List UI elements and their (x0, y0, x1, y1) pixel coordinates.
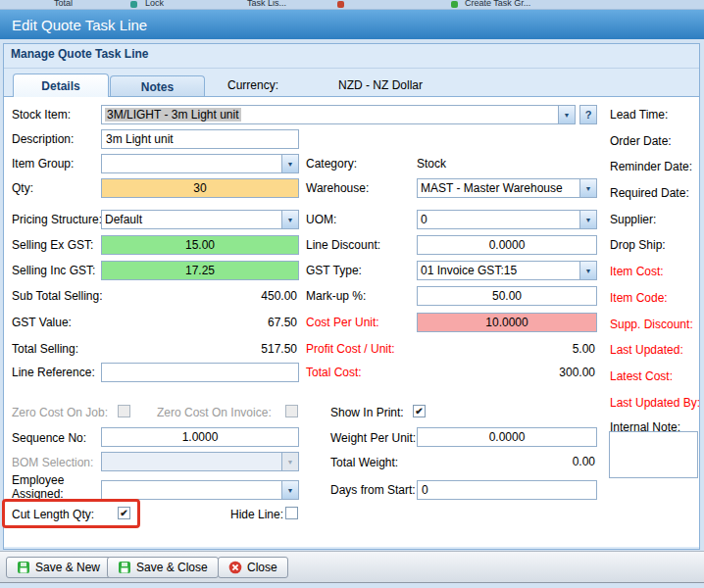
selling-inc-gst-input[interactable] (101, 261, 299, 280)
employee-assigned-combo[interactable] (101, 480, 299, 500)
sequence-no-input[interactable] (101, 427, 299, 447)
pricing-structure-combo[interactable]: Default (101, 210, 299, 229)
close-button[interactable]: Close (218, 557, 288, 578)
line-reference-input[interactable] (101, 363, 299, 382)
total-cost-label: Total Cost: (306, 366, 362, 379)
item-code-label: Item Code: (610, 291, 668, 305)
weight-per-unit-input[interactable] (417, 427, 597, 447)
line-discount-input[interactable] (417, 235, 597, 255)
supp-discount-label: Supp. Discount: (610, 318, 693, 331)
cut-length-qty-checkbox[interactable]: ✔ (118, 507, 130, 519)
save-and-close-label: Save & Close (136, 561, 208, 574)
dialog-titlebar[interactable]: Edit Quote Task Line (0, 10, 704, 39)
tab-details[interactable]: Details (13, 74, 109, 97)
total-weight-value: 0.00 (417, 452, 595, 471)
show-in-print-checkbox[interactable]: ✔ (413, 405, 426, 417)
item-group-combo[interactable] (101, 154, 299, 173)
close-label: Close (247, 561, 277, 574)
toolbar-item-label: Total (54, 0, 73, 8)
last-updated-label: Last Updated: (610, 343, 683, 357)
item-group-value (102, 155, 281, 172)
tab-notes-label: Notes (141, 80, 174, 94)
description-input[interactable] (101, 129, 299, 149)
checkmark: ✔ (120, 509, 127, 518)
drop-ship-label: Drop Ship: (610, 238, 666, 252)
mark-up-label: Mark-up %: (306, 289, 366, 303)
dropdown-arrow-icon (579, 262, 596, 279)
add-icon (451, 1, 458, 8)
reminder-date-label: Reminder Date: (610, 160, 692, 173)
dropdown-arrow-icon (281, 453, 298, 470)
save-and-new-label: Save & New (35, 561, 100, 574)
groupbox-title: Manage Quote Task Line (11, 47, 148, 61)
weight-per-unit-label: Weight Per Unit: (330, 431, 416, 445)
internal-note-textarea[interactable] (609, 431, 698, 478)
days-from-start-label: Days from Start: (330, 483, 416, 497)
warehouse-value: MAST - Master Warehouse (418, 179, 579, 197)
days-from-start-input[interactable] (417, 480, 597, 500)
warehouse-label: Warehouse: (306, 181, 369, 195)
lock-icon (130, 1, 137, 8)
hide-line-checkbox[interactable] (285, 507, 298, 519)
toolbar-item-label: Lock (145, 0, 164, 8)
selling-ex-gst-input[interactable] (101, 235, 299, 255)
uom-combo[interactable]: 0 (417, 210, 597, 229)
edit-quote-task-line-window: Total Lock Task Lis... Create Task Gr...… (0, 0, 704, 588)
currency-label: Currency: (227, 78, 278, 92)
gst-value-value: 67.50 (101, 313, 297, 332)
gst-type-label: GST Type: (306, 264, 362, 277)
show-in-print-label: Show In Print: (330, 406, 404, 419)
bom-selection-combo (101, 452, 299, 471)
background-toolbar: Total Lock Task Lis... Create Task Gr... (0, 0, 704, 10)
lead-time-label: Lead Time: (610, 108, 668, 122)
cut-length-qty-label: Cut Length Qty: (12, 508, 94, 521)
stock-item-help-button[interactable]: ? (579, 105, 597, 124)
order-date-label: Order Date: (610, 134, 672, 148)
save-and-close-button[interactable]: Save & Close (107, 557, 219, 578)
line-discount-label: Line Discount: (306, 238, 380, 252)
item-group-label: Item Group: (12, 157, 74, 171)
qty-label: Qty: (12, 181, 33, 195)
groupbox-divider (4, 68, 699, 69)
hide-line-label: Hide Line: (230, 508, 283, 521)
toolbar-icon (337, 1, 344, 8)
toolbar-item-label: Create Task Gr... (465, 0, 530, 8)
line-reference-label: Line Reference: (12, 366, 95, 379)
stock-item-combo[interactable]: 3M/LIGHT - 3m Light unit (101, 105, 576, 124)
dropdown-arrow-icon (579, 211, 596, 228)
mark-up-input[interactable] (417, 286, 597, 306)
currency-value: NZD - NZ Dollar (338, 78, 423, 92)
toolbar-item-label: Task Lis... (247, 0, 286, 8)
total-cost-value: 300.00 (417, 363, 595, 382)
supplier-label: Supplier: (610, 213, 656, 226)
profit-cost-per-unit-value: 5.00 (417, 339, 595, 359)
gst-type-combo[interactable]: 01 Invoice GST:15 (417, 261, 597, 280)
dropdown-arrow-icon (281, 155, 298, 172)
dialog-title: Edit Quote Task Line (12, 17, 147, 33)
cost-per-unit-label: Cost Per Unit: (306, 316, 379, 329)
save-icon (17, 561, 30, 574)
uom-value: 0 (418, 211, 579, 228)
zero-cost-on-invoice-checkbox (285, 405, 298, 417)
save-icon (118, 561, 131, 574)
category-label: Category: (306, 157, 357, 171)
sequence-no-label: Sequence No: (12, 431, 86, 445)
latest-cost-label: Latest Cost: (610, 369, 673, 383)
gst-value-label: GST Value: (12, 316, 72, 329)
dropdown-arrow-icon (281, 481, 298, 499)
last-updated-by-label: Last Updated By: (610, 396, 700, 410)
gst-type-value: 01 Invoice GST:15 (418, 262, 579, 279)
qty-input[interactable] (101, 178, 299, 198)
zero-cost-on-job-checkbox (118, 405, 130, 417)
cost-per-unit-input[interactable] (417, 313, 597, 332)
warehouse-combo[interactable]: MAST - Master Warehouse (417, 178, 597, 198)
bom-selection-label: BOM Selection: (12, 456, 93, 469)
tab-notes[interactable]: Notes (110, 75, 205, 97)
dropdown-arrow-icon (558, 106, 575, 123)
item-cost-label: Item Cost: (610, 265, 664, 278)
bom-selection-value (102, 453, 281, 470)
save-and-new-button[interactable]: Save & New (6, 557, 111, 578)
footer-bar: Save & New Save & Close Close (0, 551, 704, 583)
pricing-structure-value: Default (102, 211, 281, 228)
zero-cost-on-job-label: Zero Cost On Job: (12, 406, 108, 419)
